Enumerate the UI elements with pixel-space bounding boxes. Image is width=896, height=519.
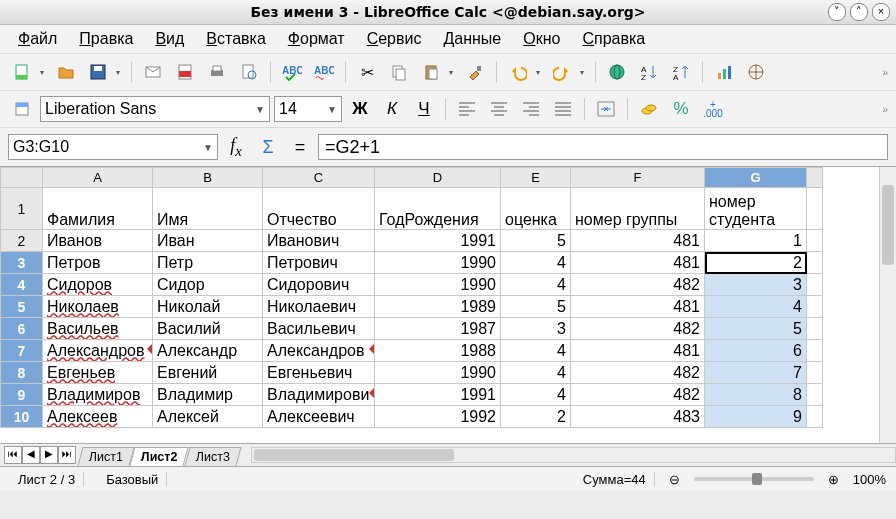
cell-7-G[interactable]: 6	[705, 340, 807, 362]
bold-button[interactable]: Ж	[346, 95, 374, 123]
cell-8-D[interactable]: 1990	[375, 362, 501, 384]
cell-5-D[interactable]: 1989	[375, 296, 501, 318]
vertical-scrollbar[interactable]	[879, 167, 896, 443]
cell-5-A[interactable]: Николаев	[43, 296, 153, 318]
minimize-button[interactable]: ˅	[828, 3, 846, 21]
cell-9-F[interactable]: 482	[571, 384, 705, 406]
sheet-tab-Лист1[interactable]: Лист1	[77, 447, 134, 466]
cell-4-F[interactable]: 482	[571, 274, 705, 296]
cell-4-E[interactable]: 4	[501, 274, 571, 296]
cell-7-D[interactable]: 1988	[375, 340, 501, 362]
tab-first-icon[interactable]: ⏮	[4, 446, 22, 464]
row-header-7[interactable]: 7	[1, 340, 43, 362]
spellcheck-icon[interactable]: ABC	[278, 58, 306, 86]
row-header-4[interactable]: 4	[1, 274, 43, 296]
cell-10-B[interactable]: Алексей	[153, 406, 263, 428]
cell-8-B[interactable]: Евгений	[153, 362, 263, 384]
cell-6-D[interactable]: 1987	[375, 318, 501, 340]
cell-5-F[interactable]: 481	[571, 296, 705, 318]
cell-1-E[interactable]: оценка	[501, 188, 571, 230]
navigator-icon[interactable]	[742, 58, 770, 86]
cell-1-D[interactable]: ГодРождения	[375, 188, 501, 230]
merge-cells-icon[interactable]	[592, 95, 620, 123]
cell-2-D[interactable]: 1991	[375, 230, 501, 252]
menu-Данные[interactable]: Данные	[435, 28, 509, 50]
open-icon[interactable]	[52, 58, 80, 86]
row-header-2[interactable]: 2	[1, 230, 43, 252]
font-size-combo[interactable]: 14▼	[274, 96, 342, 122]
cell-2-B[interactable]: Иван	[153, 230, 263, 252]
cell-3-E[interactable]: 4	[501, 252, 571, 274]
currency-icon[interactable]	[635, 95, 663, 123]
col-header-B[interactable]: B	[153, 168, 263, 188]
cell-2-F[interactable]: 481	[571, 230, 705, 252]
sum-icon[interactable]: Σ	[254, 133, 282, 161]
cell-6-G[interactable]: 5	[705, 318, 807, 340]
col-header-D[interactable]: D	[375, 168, 501, 188]
pdf-icon[interactable]	[171, 58, 199, 86]
redo-icon[interactable]	[548, 58, 576, 86]
tab-next-icon[interactable]: ▶	[40, 446, 58, 464]
cell-7-E[interactable]: 4	[501, 340, 571, 362]
tab-last-icon[interactable]: ⏭	[58, 446, 76, 464]
row-header-5[interactable]: 5	[1, 296, 43, 318]
cell-2-G[interactable]: 1	[705, 230, 807, 252]
row-header-1[interactable]: 1	[1, 188, 43, 230]
cell-4-C[interactable]: Сидорович	[263, 274, 375, 296]
save-icon[interactable]	[84, 58, 112, 86]
cell-8-F[interactable]: 482	[571, 362, 705, 384]
undo-icon[interactable]	[504, 58, 532, 86]
cell-9-D[interactable]: 1991	[375, 384, 501, 406]
cut-icon[interactable]: ✂	[353, 58, 381, 86]
cell-9-A[interactable]: Владимиров	[43, 384, 153, 406]
cell-8-A[interactable]: Евгеньев	[43, 362, 153, 384]
row-header-9[interactable]: 9	[1, 384, 43, 406]
menu-Справка[interactable]: Справка	[574, 28, 653, 50]
align-right-icon[interactable]	[517, 95, 545, 123]
align-center-icon[interactable]	[485, 95, 513, 123]
cell-4-B[interactable]: Сидор	[153, 274, 263, 296]
cell-10-A[interactable]: Алексеев	[43, 406, 153, 428]
cell-4-D[interactable]: 1990	[375, 274, 501, 296]
cell-2-E[interactable]: 5	[501, 230, 571, 252]
underline-button[interactable]: Ч	[410, 95, 438, 123]
cell-3-G[interactable]: 2	[705, 252, 807, 274]
col-header-C[interactable]: C	[263, 168, 375, 188]
cell-9-C[interactable]: Владимирови	[263, 384, 375, 406]
menu-Вид[interactable]: Вид	[147, 28, 192, 50]
cell-3-A[interactable]: Петров	[43, 252, 153, 274]
row-header-8[interactable]: 8	[1, 362, 43, 384]
cell-2-C[interactable]: Иванович	[263, 230, 375, 252]
format-paintbrush-icon[interactable]	[461, 58, 489, 86]
cell-4-A[interactable]: Сидоров	[43, 274, 153, 296]
cell-8-E[interactable]: 4	[501, 362, 571, 384]
cell-7-C[interactable]: Александров	[263, 340, 375, 362]
cell-5-G[interactable]: 4	[705, 296, 807, 318]
function-wizard-icon[interactable]: fx	[222, 133, 250, 161]
maximize-button[interactable]: ˄	[850, 3, 868, 21]
font-name-combo[interactable]: Liberation Sans▼	[40, 96, 270, 122]
cell-5-B[interactable]: Николай	[153, 296, 263, 318]
cell-8-G[interactable]: 7	[705, 362, 807, 384]
spreadsheet-grid[interactable]: ABCDEFG1ФамилияИмяОтчествоГодРожденияоце…	[0, 167, 896, 444]
cell-1-F[interactable]: номер группы	[571, 188, 705, 230]
cell-8-C[interactable]: Евгеньевич	[263, 362, 375, 384]
cell-1-G[interactable]: номер студента	[705, 188, 807, 230]
new-doc-icon[interactable]	[8, 58, 36, 86]
tab-nav[interactable]: ⏮ ◀ ▶ ⏭	[4, 446, 76, 464]
cell-9-G[interactable]: 8	[705, 384, 807, 406]
zoom-slider[interactable]	[694, 477, 814, 481]
cell-7-F[interactable]: 481	[571, 340, 705, 362]
cell-6-F[interactable]: 482	[571, 318, 705, 340]
print-icon[interactable]	[203, 58, 231, 86]
mail-icon[interactable]	[139, 58, 167, 86]
cell-2-A[interactable]: Иванов	[43, 230, 153, 252]
horizontal-scrollbar[interactable]	[251, 447, 896, 463]
cell-3-D[interactable]: 1990	[375, 252, 501, 274]
cell-9-B[interactable]: Владимир	[153, 384, 263, 406]
align-left-icon[interactable]	[453, 95, 481, 123]
tab-prev-icon[interactable]: ◀	[22, 446, 40, 464]
cell-10-E[interactable]: 2	[501, 406, 571, 428]
print-preview-icon[interactable]	[235, 58, 263, 86]
cell-1-A[interactable]: Фамилия	[43, 188, 153, 230]
